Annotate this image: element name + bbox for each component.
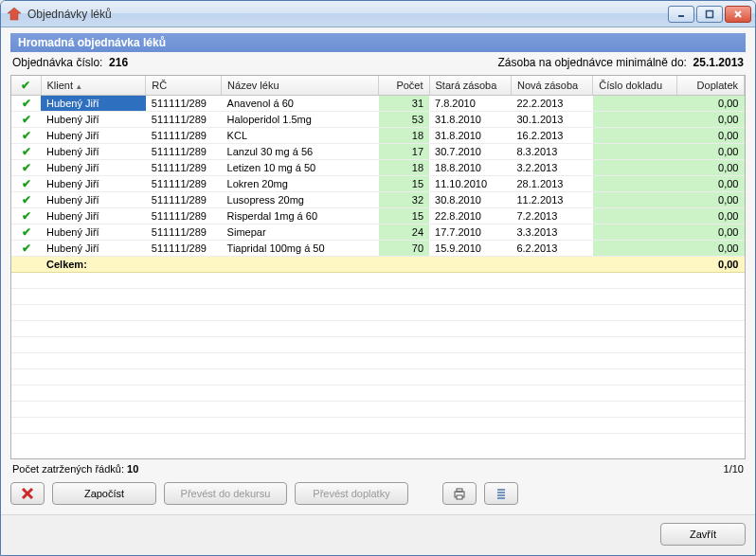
check-icon: ✔ bbox=[22, 130, 31, 141]
table-row[interactable]: ✔Hubený Jiří511111/289Tiapridal 100mg á … bbox=[11, 240, 745, 256]
table-row[interactable]: ✔Hubený Jiří511111/289Risperdal 1mg á 60… bbox=[11, 207, 745, 224]
cell-pocet: 24 bbox=[379, 224, 429, 240]
col-rc[interactable]: RČ bbox=[146, 76, 222, 95]
table-row[interactable]: ✔Hubený Jiří511111/289Lokren 20mg1511.10… bbox=[11, 175, 745, 191]
print-button[interactable] bbox=[442, 482, 477, 505]
cell-klient: Hubený Jiří bbox=[41, 111, 146, 127]
stock-date: 25.1.2013 bbox=[693, 56, 744, 69]
empty-row bbox=[11, 352, 745, 368]
col-cislo[interactable]: Číslo dokladu bbox=[593, 76, 677, 95]
bottom-bar: Zavřít bbox=[1, 514, 755, 555]
section-title: Hromadná objednávka léků bbox=[10, 33, 746, 52]
cell-cislo bbox=[593, 175, 677, 191]
maximize-button[interactable] bbox=[696, 6, 723, 23]
app-icon bbox=[7, 7, 22, 22]
column-header-row[interactable]: ✔ Klient▴ RČ Název léku Počet Stará záso… bbox=[11, 76, 745, 95]
cell-stara: 31.8.2010 bbox=[429, 111, 511, 127]
total-label: Celkem: bbox=[41, 256, 146, 272]
table-row[interactable]: ✔Hubený Jiří511111/289Lanzul 30 mg á 561… bbox=[11, 143, 745, 159]
data-grid[interactable]: ✔ Klient▴ RČ Název léku Počet Stará záso… bbox=[10, 75, 746, 459]
zapocist-button[interactable]: Započíst bbox=[52, 482, 156, 505]
empty-row bbox=[11, 385, 745, 401]
check-icon: ✔ bbox=[22, 226, 31, 238]
cell-stara: 31.8.2010 bbox=[429, 127, 511, 143]
col-nazev[interactable]: Název léku bbox=[222, 76, 379, 95]
cell-doplatek: 0,00 bbox=[677, 224, 745, 240]
zavrit-button[interactable]: Zavřít bbox=[660, 523, 746, 546]
cell-nazev: Haloperidol 1.5mg bbox=[222, 111, 379, 127]
svg-marker-0 bbox=[8, 8, 21, 20]
cell-doplatek: 0,00 bbox=[677, 175, 745, 191]
empty-row bbox=[11, 272, 745, 288]
table-row[interactable]: ✔Hubený Jiří511111/289Letizen 10 mg á 50… bbox=[11, 159, 745, 175]
cell-nazev: Lokren 20mg bbox=[222, 175, 379, 191]
table-row[interactable]: ✔Hubený Jiří511111/289Anavenol á 60317.8… bbox=[11, 95, 745, 111]
check-icon: ✔ bbox=[22, 178, 31, 189]
minimize-button[interactable] bbox=[668, 6, 694, 23]
col-klient[interactable]: Klient▴ bbox=[41, 76, 146, 95]
empty-row bbox=[11, 320, 745, 336]
app-window: Objednávky léků Hromadná objednávka léků… bbox=[0, 0, 756, 556]
check-icon: ✔ bbox=[22, 98, 31, 109]
empty-row bbox=[11, 288, 745, 304]
order-number: 216 bbox=[109, 56, 128, 69]
row-count-label: Počet zatržených řádků: bbox=[12, 463, 124, 475]
cell-stara: 18.8.2010 bbox=[429, 159, 511, 175]
cell-rc: 511111/289 bbox=[146, 111, 222, 127]
cell-pocet: 15 bbox=[379, 175, 429, 191]
col-check[interactable]: ✔ bbox=[11, 76, 41, 95]
prevest-doplatky-button[interactable]: Převést doplatky bbox=[295, 482, 408, 505]
col-stara[interactable]: Stará zásoba bbox=[429, 76, 511, 95]
cell-stara: 30.8.2010 bbox=[429, 191, 511, 207]
cell-nova: 30.1.2013 bbox=[511, 111, 592, 127]
total-row: Celkem:0,00 bbox=[11, 256, 745, 272]
col-nova[interactable]: Nová zásoba bbox=[511, 76, 592, 95]
cell-klient: Hubený Jiří bbox=[41, 175, 146, 191]
cell-klient: Hubený Jiří bbox=[41, 191, 146, 207]
svg-rect-8 bbox=[457, 489, 462, 492]
cell-doplatek: 0,00 bbox=[677, 95, 745, 111]
titlebar[interactable]: Objednávky léků bbox=[1, 1, 755, 27]
cell-klient: Hubený Jiří bbox=[41, 95, 146, 111]
stock-label: Zásoba na objednávce minimálně do: bbox=[497, 56, 686, 69]
cell-nazev: Anavenol á 60 bbox=[222, 95, 379, 111]
cell-cislo bbox=[593, 240, 677, 256]
cell-doplatek: 0,00 bbox=[677, 127, 745, 143]
table-row[interactable]: ✔Hubený Jiří511111/289Lusopress 20mg3230… bbox=[11, 191, 745, 207]
cell-rc: 511111/289 bbox=[146, 95, 222, 111]
grid-body[interactable]: ✔Hubený Jiří511111/289Anavenol á 60317.8… bbox=[11, 95, 745, 433]
close-window-button[interactable] bbox=[725, 6, 751, 23]
col-pocet[interactable]: Počet bbox=[379, 76, 429, 95]
cell-pocet: 70 bbox=[379, 240, 429, 256]
cell-klient: Hubený Jiří bbox=[41, 240, 146, 256]
prevest-dekursu-button[interactable]: Převést do dekursu bbox=[164, 482, 287, 505]
check-icon: ✔ bbox=[21, 80, 30, 91]
cell-pocet: 31 bbox=[379, 95, 429, 111]
delete-button[interactable] bbox=[10, 482, 45, 505]
cell-cislo bbox=[593, 207, 677, 224]
meta-row: Objednávka číslo: 216 Zásoba na objednáv… bbox=[10, 56, 746, 69]
window-title: Objednávky léků bbox=[27, 8, 668, 21]
cell-stara: 17.7.2010 bbox=[429, 224, 511, 240]
cell-rc: 511111/289 bbox=[146, 143, 222, 159]
cell-nova: 22.2.2013 bbox=[511, 95, 592, 111]
table-row[interactable]: ✔Hubený Jiří511111/289Simepar2417.7.2010… bbox=[11, 224, 745, 240]
cell-nova: 3.2.2013 bbox=[511, 159, 592, 175]
x-red-icon bbox=[21, 487, 34, 500]
empty-row bbox=[11, 368, 745, 385]
row-count-value: 10 bbox=[127, 463, 138, 475]
col-doplatek[interactable]: Doplatek bbox=[677, 76, 745, 95]
cell-cislo bbox=[593, 111, 677, 127]
list-button[interactable] bbox=[484, 482, 518, 505]
cell-cislo bbox=[593, 191, 677, 207]
sort-asc-icon: ▴ bbox=[77, 81, 81, 91]
table-row[interactable]: ✔Hubený Jiří511111/289Haloperidol 1.5mg5… bbox=[11, 111, 745, 127]
cell-stara: 15.9.2010 bbox=[429, 240, 511, 256]
cell-nova: 16.2.2013 bbox=[511, 127, 592, 143]
table-row[interactable]: ✔Hubený Jiří511111/289KCL1831.8.201016.2… bbox=[11, 127, 745, 143]
cell-nazev: Lusopress 20mg bbox=[222, 191, 379, 207]
cell-pocet: 18 bbox=[379, 159, 429, 175]
cell-stara: 11.10.2010 bbox=[429, 175, 511, 191]
cell-stara: 30.7.2010 bbox=[429, 143, 511, 159]
cell-rc: 511111/289 bbox=[146, 191, 222, 207]
